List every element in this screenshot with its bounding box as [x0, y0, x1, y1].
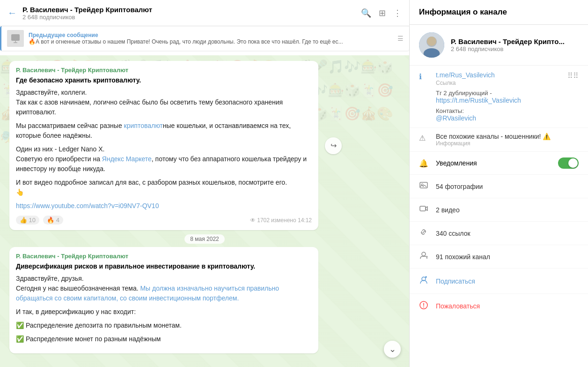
right-panel-header: Информация о канале [410, 0, 588, 25]
msg2-para-4: ✅ Распределение монет по разным надёжным [16, 334, 312, 344]
report-button[interactable]: Пожаловаться [410, 294, 588, 318]
channel-avatar [419, 32, 444, 58]
message-body-1: Здравствуйте, коллеги.Так как с азов нач… [16, 88, 312, 211]
message-views-1: 👁 1702 изменено 14:12 [250, 217, 312, 224]
yandex-market-link[interactable]: Яндекс Маркете [102, 155, 152, 163]
message-card-2: Р. Василевич - Трейдер Криптовалют Дивер… [9, 247, 318, 353]
subscribe-label: Подписаться [436, 277, 475, 285]
info-section: ℹ t.me/Rus_Vasilevich Ссылка Тг 2 дублир… [410, 66, 588, 318]
links-icon [419, 227, 429, 239]
warning-icon: ⚠ [419, 134, 429, 142]
message-sender-1: Р. Василевич - Трейдер Криптовалют [16, 67, 312, 74]
svg-rect-0 [11, 34, 20, 41]
menu-icon[interactable]: ⋮ [393, 8, 402, 18]
reactions-1: 👍 10 🔥 4 [16, 216, 63, 225]
pin-icon: ☰ [397, 35, 404, 42]
pinned-message[interactable]: Предыдущее сообщение 🔥А вот и огненные о… [0, 26, 409, 51]
info-circle-icon: ℹ [419, 72, 429, 81]
message-body-2: Здравствуйте, друзья.Сегодня у нас вышео… [16, 274, 312, 344]
back-button[interactable]: ← [7, 7, 17, 18]
toggle-dot [568, 158, 578, 168]
views-icon: 👁 [250, 217, 256, 224]
similar-channels-row[interactable]: 91 похожий канал [410, 245, 588, 269]
reaction-fire[interactable]: 🔥 4 [43, 216, 63, 225]
svg-point-9 [422, 252, 426, 256]
similar-label: 91 похожий канал [436, 253, 490, 261]
msg2-para-1: Здравствуйте, друзья.Сегодня у нас вышео… [16, 274, 312, 303]
edited-label: изменено 14:12 [271, 217, 312, 224]
photos-row[interactable]: 54 фотографии [410, 175, 588, 198]
link-content: t.me/Rus_Vasilevich Ссылка Тг 2 дублирую… [436, 71, 561, 122]
similar-icon [419, 251, 429, 262]
msg2-para-3: ✅ Распределение депозита по правильным м… [16, 321, 312, 330]
contacts-block: Контакты: @RVasilevich [436, 107, 561, 122]
msg-para-3: Один из них - Ledger Nano X.Советую его … [16, 144, 312, 174]
msg-para-4: И вот видео подробное записал для вас, с… [16, 178, 312, 197]
tg2-label: Тг 2 дублирующий - [436, 90, 492, 97]
pinned-content: Предыдущее сообщение 🔥А вот и огненные о… [29, 32, 393, 45]
message-title-2: Диверсификация рисков и правильное инвес… [16, 262, 312, 270]
date-label: 8 мая 2022 [184, 234, 224, 244]
contacts-label: Контакты: [436, 107, 464, 114]
notifications-row: 🔔 Уведомления [410, 152, 588, 175]
pinned-text: 🔥А вот и огненные отзывы о нашем Привате… [29, 38, 347, 45]
header-info: Р. Василевич - Трейдер Криптовалют 2 648… [22, 6, 361, 21]
chat-title: Р. Василевич - Трейдер Криптовалют [22, 6, 361, 14]
forward-button-1[interactable]: ↪ [325, 137, 342, 154]
videos-icon [419, 204, 429, 216]
right-panel: Информация о канале Р. Василевич - Трейд… [410, 0, 588, 367]
photos-icon [419, 180, 429, 192]
pinned-label: Предыдущее сообщение [29, 32, 393, 38]
warning-row: ⚠ Все похожие каналы - мошенники! ⚠️ Инф… [410, 128, 588, 152]
channel-subscribers: 2 648 подписчиков [451, 45, 565, 52]
qr-icon[interactable]: ⠿⠿ [567, 71, 579, 80]
channel-link[interactable]: t.me/Rus_Vasilevich [436, 71, 495, 79]
tg2-block: Тг 2 дублирующий - https://t.me/Rustik_V… [436, 89, 561, 104]
channel-name: Р. Василевич - Трейдер Крипто... [451, 37, 565, 45]
msg-para-1: Здравствуйте, коллеги.Так как с азов нач… [16, 88, 312, 117]
date-badge: 8 мая 2022 [9, 235, 400, 242]
photos-label: 54 фотографии [436, 183, 483, 190]
links-row[interactable]: 340 ссылок [410, 222, 588, 245]
videos-row[interactable]: 2 видео [410, 198, 588, 222]
contacts-value[interactable]: @RVasilevich [436, 114, 476, 122]
chat-panel: ← Р. Василевич - Трейдер Криптовалют 2 6… [0, 0, 410, 367]
warning-text: Все похожие каналы - мошенники! ⚠️ [436, 133, 551, 140]
layout-icon[interactable]: ⊞ [379, 8, 386, 18]
message-footer-1: 👍 10 🔥 4 👁 1702 изменено 14:12 [16, 216, 312, 225]
chat-area: 🎰🎲🃏🎯🎪🎨🎭🎬🎤🎵🎶🎰🎲🃏🎯🎪🎨🎭🎬🎤🎵🎶🎰🎲🃏🎯🎪🎨🎭🎬🎤🎵🎶🎰🎲🃏🎯🎪🎨🎭… [0, 55, 409, 367]
svg-point-13 [423, 307, 424, 307]
svg-point-4 [427, 37, 436, 46]
report-icon [419, 300, 429, 312]
chat-header: ← Р. Василевич - Трейдер Криптовалют 2 6… [0, 0, 409, 26]
subscribe-icon [419, 275, 429, 287]
message-sender-2: Р. Василевич - Трейдер Криптовалют [16, 253, 312, 260]
tg2-link[interactable]: https://t.me/Rustik_Vasilevich [436, 97, 521, 104]
warning-label: Информация [436, 140, 551, 147]
videos-label: 2 видео [436, 206, 460, 214]
link-row: ℹ t.me/Rus_Vasilevich Ссылка Тг 2 дублир… [410, 66, 588, 128]
message-card-1: Р. Василевич - Трейдер Криптовалют Где б… [9, 61, 318, 230]
msg-para-2: Мы рассматриваем сейчас разные криптовал… [16, 121, 312, 141]
msg-para-5: https://www.youtube.com/watch?v=i09NV7-Q… [16, 201, 312, 211]
pinned-thumbnail [7, 30, 24, 47]
report-label: Пожаловаться [436, 302, 480, 310]
links-label: 340 ссылок [436, 230, 470, 237]
link-label: Ссылка [436, 80, 561, 86]
chat-subtitle: 2 648 подписчиков [22, 14, 361, 21]
notifications-toggle[interactable] [558, 157, 579, 169]
reaction-thumbs-up[interactable]: 👍 10 [16, 216, 39, 225]
message-title-1: Где безопасно хранить криптовалюту. [16, 76, 312, 84]
scroll-down-button[interactable]: ⌄ [384, 341, 401, 358]
youtube-link[interactable]: https://www.youtube.com/watch?v=i09NV7-Q… [16, 202, 159, 210]
bell-icon: 🔔 [419, 159, 429, 168]
channel-info-header: Р. Василевич - Трейдер Крипто... 2 648 п… [410, 25, 588, 66]
subscribe-button[interactable]: Подписаться [410, 269, 588, 294]
msg2-para-2: И так, в диверсификацию у нас входит: [16, 307, 312, 317]
notifications-label: Уведомления [436, 159, 551, 167]
search-icon[interactable]: 🔍 [361, 8, 371, 18]
views-count: 1702 [257, 217, 270, 224]
channel-name-block: Р. Василевич - Трейдер Крипто... 2 648 п… [451, 37, 565, 52]
header-actions: 🔍 ⊞ ⋮ [361, 8, 402, 18]
svg-rect-8 [420, 206, 426, 211]
